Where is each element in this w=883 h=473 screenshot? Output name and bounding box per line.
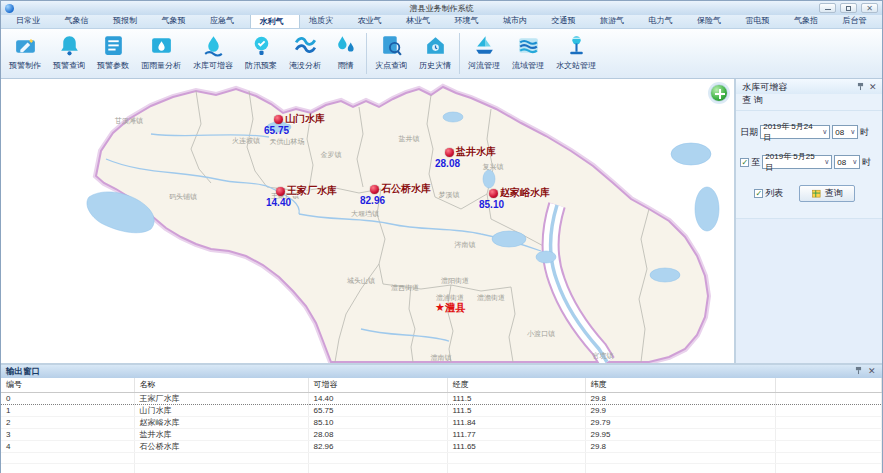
map-area[interactable]: 甘溪滩镇火连坡镇天供山林场金罗镇盐井镇码头铺镇王家厂镇大堰垱镇复兴镇梦溪镇涔南镇…: [1, 79, 734, 363]
toolbar-button-warning-edit[interactable]: 预警制作: [3, 30, 47, 77]
disaster-history-icon: [423, 33, 448, 58]
content-area: 甘溪滩镇火连坡镇天供山林场金罗镇盐井镇码头铺镇王家厂镇大堰垱镇复兴镇梦溪镇涔南镇…: [1, 79, 882, 363]
flood-plan-icon: [249, 33, 274, 58]
close-button[interactable]: ✕: [861, 3, 878, 13]
add-layer-button[interactable]: [710, 84, 728, 102]
to-label: 至: [751, 156, 760, 169]
column-header[interactable]: 可增容: [308, 378, 447, 392]
table-row[interactable]: 4石公桥水库82.96111.6529.8: [1, 440, 882, 452]
table-cell: 0: [1, 392, 134, 404]
query-button[interactable]: 查询: [799, 185, 855, 202]
toolbar-button-river-manage[interactable]: 河流管理: [462, 30, 506, 77]
warning-bell-icon: [57, 33, 82, 58]
window-title: 澧县业务制作系统: [1, 3, 882, 14]
table-cell: 29.9: [585, 404, 775, 416]
output-close-icon[interactable]: ✕: [868, 367, 877, 376]
tab-18[interactable]: 后台管理: [834, 14, 883, 28]
tab-bar: 日常业务气象信息预报制作气象预警应急气象水利气象地质灾害农业气象林业气象环境气象…: [1, 15, 882, 29]
tab-13[interactable]: 旅游气象: [591, 14, 640, 28]
column-header[interactable]: 纬度: [585, 378, 775, 392]
panel-query-tab[interactable]: 查 询: [736, 94, 882, 111]
tab-17[interactable]: 气象指数: [785, 14, 834, 28]
query-form: 日期 2019年 5月24日 ∨ 08 ∨ 时 ✓ 至 2019年 5月: [736, 111, 882, 218]
panel-empty-space: [736, 218, 882, 363]
toolbar-button-flood-plan[interactable]: 防汛预案: [239, 30, 283, 77]
toolbar-button-disaster-history[interactable]: 历史灾情: [413, 30, 457, 77]
tab-16[interactable]: 雷电预警: [737, 14, 786, 28]
toolbar-button-warning-bell[interactable]: 预警查询: [47, 30, 91, 77]
tab-14[interactable]: 电力气象: [640, 14, 689, 28]
table-row[interactable]: 1山门水库65.75111.529.9: [1, 404, 882, 416]
reservoir-name: 石公桥水库: [381, 182, 431, 196]
toolbar-button-label: 预警参数: [97, 60, 129, 71]
tab-2[interactable]: 气象信息: [56, 14, 105, 28]
tab-3[interactable]: 预报制作: [104, 14, 153, 28]
minimize-button[interactable]: [819, 3, 836, 13]
star-icon: ★: [435, 301, 445, 313]
start-hour-select[interactable]: 08 ∨: [832, 125, 858, 139]
county-map-canvas[interactable]: [1, 79, 734, 363]
tab-9[interactable]: 林业气象: [397, 14, 446, 28]
toolbar-button-basin-manage[interactable]: 流域管理: [506, 30, 550, 77]
tab-11[interactable]: 城市内涝: [494, 14, 543, 28]
table-row[interactable]: 3盐井水库28.08111.7729.95: [1, 428, 882, 440]
reservoir-table: 编号名称可增容经度纬度 0王家厂水库14.40111.529.81山门水库65.…: [1, 378, 882, 473]
tab-6[interactable]: 水利气象: [250, 14, 301, 28]
toolbar-button-disaster-search[interactable]: 灾点查询: [369, 30, 413, 77]
tab-15[interactable]: 保险气象: [688, 14, 737, 28]
table-cell-empty: [134, 463, 308, 473]
toolbar-button-area-rain[interactable]: 面雨量分析: [135, 30, 187, 77]
tab-4[interactable]: 气象预警: [153, 14, 202, 28]
toolbar-button-rain-info[interactable]: 雨情: [327, 30, 364, 77]
toolbar-button-label: 雨情: [338, 60, 354, 71]
tab-8[interactable]: 农业气象: [349, 14, 398, 28]
reservoir-capacity-value: 28.08: [435, 158, 460, 169]
table-body: 0王家厂水库14.40111.529.81山门水库65.75111.529.92…: [1, 392, 882, 473]
reservoir-pin-icon[interactable]: [370, 185, 379, 194]
list-checkbox[interactable]: ✓: [754, 189, 763, 198]
tab-7[interactable]: 地质灾害: [300, 14, 349, 28]
output-table-container: 编号名称可增容经度纬度 0王家厂水库14.40111.529.81山门水库65.…: [1, 378, 882, 473]
end-hour-select[interactable]: 08 ∨: [834, 155, 860, 169]
maximize-button[interactable]: [840, 3, 857, 13]
panel-close-icon[interactable]: ✕: [869, 83, 878, 92]
toolbar-button-warning-params[interactable]: 预警参数: [91, 30, 135, 77]
column-header[interactable]: 名称: [134, 378, 308, 392]
toolbar-button-label: 面雨量分析: [141, 60, 181, 71]
toolbar-button-reservoir-capacity[interactable]: 水库可增容: [187, 30, 239, 77]
column-header[interactable]: 编号: [1, 378, 134, 392]
hour-suffix-label: 时: [862, 156, 871, 169]
river-manage-icon: [472, 33, 497, 58]
table-cell-filler: [775, 440, 882, 452]
tab-1[interactable]: 日常业务: [7, 14, 56, 28]
toolbar-separator: [459, 33, 460, 74]
county-outline: [96, 87, 708, 362]
reservoir-pin-icon[interactable]: [274, 115, 283, 124]
toolbar-button-inundation[interactable]: 淹没分析: [283, 30, 327, 77]
table-row[interactable]: 2赵家峪水库85.10111.8429.79: [1, 416, 882, 428]
toolbar-button-label: 淹没分析: [289, 60, 321, 71]
end-date-select[interactable]: 2019年 5月25日 ∨: [762, 155, 832, 169]
table-cell: 王家厂水库: [134, 392, 308, 404]
table-header-row: 编号名称可增容经度纬度: [1, 378, 882, 392]
list-label: 列表: [765, 187, 783, 200]
reservoir-pin-icon[interactable]: [489, 189, 498, 198]
pin-icon[interactable]: [854, 366, 863, 377]
reservoir-pin-icon[interactable]: [276, 187, 285, 196]
table-cell-filler: [775, 428, 882, 440]
toolbar-button-label: 预警查询: [53, 60, 85, 71]
reservoir-pin-icon[interactable]: [445, 148, 454, 157]
table-cell: 4: [1, 440, 134, 452]
pin-icon[interactable]: [856, 82, 865, 93]
tab-12[interactable]: 交通预报: [543, 14, 592, 28]
column-header[interactable]: 经度: [447, 378, 585, 392]
table-cell: 111.77: [447, 428, 585, 440]
end-date-checkbox[interactable]: ✓: [740, 158, 749, 167]
table-row[interactable]: 0王家厂水库14.40111.529.8: [1, 392, 882, 404]
reservoir-capacity-value: 65.75: [264, 125, 289, 136]
tab-10[interactable]: 环境气象: [446, 14, 495, 28]
tab-5[interactable]: 应急气象: [201, 14, 250, 28]
query-table-icon: [812, 189, 822, 199]
start-date-select[interactable]: 2019年 5月24日 ∨: [760, 125, 830, 139]
toolbar-button-hydro-station[interactable]: 水文站管理: [550, 30, 602, 77]
